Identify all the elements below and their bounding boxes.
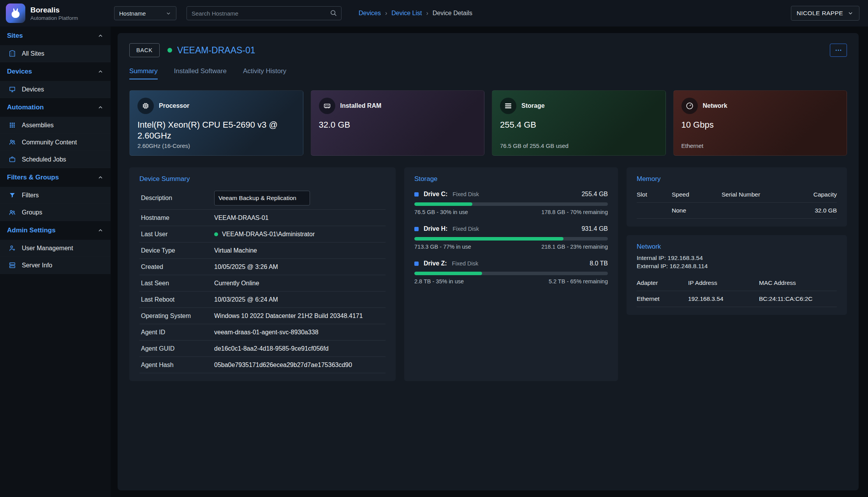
sidebar-item-scheduled-jobs[interactable]: Scheduled Jobs — [0, 151, 111, 168]
card-title: Network — [703, 102, 727, 109]
detail-columns: Device Summary Description Hostname VEEA… — [129, 167, 847, 381]
ellipsis-icon — [835, 46, 842, 54]
sidebar-item-label: Scheduled Jobs — [22, 156, 66, 163]
card-subtitle: Ethernet — [681, 142, 704, 149]
drive-h: Drive H: Fixed Disk 931.4 GB 713.3 GB - … — [414, 225, 608, 250]
sidebar-item-label: Community Content — [22, 139, 77, 146]
main-content: BACK VEEAM-DRAAS-01 Summary Installed So… — [111, 26, 868, 497]
grid-icon — [9, 121, 16, 129]
sidebar-item-label: All Sites — [22, 50, 44, 57]
card-value: Intel(R) Xeon(R) CPU E5-2690 v3 @ 2.60GH… — [137, 119, 282, 141]
card-title: Processor — [159, 102, 189, 109]
summary-row-agent-id: Agent ID veeam-draas-01-agent-svc-8930a3… — [139, 324, 386, 341]
user-name: NICOLE RAPPE — [797, 10, 843, 17]
summary-row-agent-guid: Agent GUID de16c0c1-8aa2-4d18-9585-9ce91… — [139, 341, 386, 357]
app-root: Borealis Automation Platform Hostname De… — [0, 0, 868, 497]
online-status-dot — [214, 232, 218, 236]
device-tabs: Summary Installed Software Activity Hist… — [129, 67, 847, 79]
sidebar-item-label: Devices — [22, 86, 44, 93]
sidebar-section-devices[interactable]: Devices — [0, 62, 111, 81]
summary-row-created: Created 10/05/2025 @ 3:26 AM — [139, 259, 386, 275]
storage-stack-icon — [500, 98, 516, 114]
storage-panel: Storage Drive C: Fixed Disk 255.4 GB — [404, 167, 618, 381]
user-menu-button[interactable]: NICOLE RAPPE — [791, 6, 859, 21]
sidebar-item-all-sites[interactable]: All Sites — [0, 45, 111, 62]
sidebar-item-devices[interactable]: Devices — [0, 81, 111, 98]
search-box — [187, 6, 342, 20]
section-label: Sites — [7, 32, 23, 40]
breadcrumb-devices[interactable]: Devices — [359, 10, 381, 17]
tab-installed-software[interactable]: Installed Software — [174, 67, 227, 79]
search-icon — [329, 9, 338, 17]
chevron-up-icon — [97, 104, 104, 111]
section-label: Filters & Groups — [7, 174, 59, 181]
drive-usage-bar — [414, 237, 608, 241]
drive-used: 76.5 GB - 30% in use — [414, 209, 468, 215]
device-title: VEEAM-DRAAS-01 — [167, 45, 255, 56]
drive-remaining: 5.2 TB - 65% remaining — [549, 278, 608, 285]
chevron-up-icon — [97, 227, 104, 234]
drive-bullet-icon — [414, 262, 419, 266]
online-status-dot — [167, 48, 172, 53]
summary-row-operating-system: Operating System Windows 10 2022 Datacen… — [139, 308, 386, 324]
summary-row-last-reboot: Last Reboot 10/03/2025 @ 6:24 AM — [139, 292, 386, 308]
summary-row-last-seen: Last Seen Currently Online — [139, 275, 386, 292]
breadcrumb: Devices Device List Device Details — [359, 10, 472, 17]
sidebar-section-filters-groups[interactable]: Filters & Groups — [0, 168, 111, 187]
chevron-up-icon — [97, 33, 104, 39]
sidebar-item-user-management[interactable]: User Management — [0, 240, 111, 257]
drive-bullet-icon — [414, 227, 419, 231]
external-ip: External IP: 162.248.8.114 — [637, 263, 837, 270]
summary-row-description: Description — [139, 187, 386, 210]
card-value: 32.0 GB — [319, 119, 464, 130]
sidebar-section-automation[interactable]: Automation — [0, 98, 111, 117]
section-label: Admin Settings — [7, 227, 56, 234]
search-input[interactable] — [187, 6, 342, 20]
section-label: Devices — [7, 68, 32, 76]
sidebar-item-server-info[interactable]: Server Info — [0, 257, 111, 274]
tab-summary[interactable]: Summary — [129, 67, 158, 79]
summary-row-agent-hash: Agent Hash 05ba0e7935171d626ecea29b27d7a… — [139, 357, 386, 373]
sidebar-item-label: Server Info — [22, 262, 52, 269]
chevron-up-icon — [97, 68, 104, 75]
breadcrumb-separator — [426, 10, 428, 17]
panel-title: Storage — [414, 175, 608, 183]
sidebar-item-label: User Management — [22, 245, 73, 252]
memory-table-header: Slot Speed Serial Number Capacity — [637, 187, 837, 203]
sidebar-item-filters[interactable]: Filters — [0, 187, 111, 204]
more-actions-button[interactable] — [830, 44, 847, 57]
card-subtitle: 2.60GHz (16-Cores) — [137, 142, 190, 149]
network-panel: Network Internal IP: 192.168.3.54 Extern… — [627, 235, 847, 315]
storage-card: Storage 255.4 GB 76.5 GB of 255.4 GB use… — [492, 90, 666, 156]
tab-activity-history[interactable]: Activity History — [243, 67, 286, 79]
memory-panel: Memory Slot Speed Serial Number Capacity… — [627, 167, 847, 227]
breadcrumb-device-list[interactable]: Device List — [391, 10, 422, 17]
ram-icon — [319, 98, 335, 114]
network-table-row: Ethernet 192.168.3.54 BC:24:11:CA:C6:2C — [637, 291, 837, 307]
briefcase-icon — [9, 156, 16, 163]
card-title: Storage — [521, 102, 545, 109]
summary-row-device-type: Device Type Virtual Machine — [139, 242, 386, 259]
brand-subtitle: Automation Platform — [30, 15, 78, 21]
cpu-icon — [137, 98, 154, 114]
drive-used: 713.3 GB - 77% in use — [414, 244, 471, 250]
stat-cards: Processor Intel(R) Xeon(R) CPU E5-2690 v… — [129, 90, 847, 156]
breadcrumb-device-details: Device Details — [433, 10, 472, 17]
hostname-filter-dropdown[interactable]: Hostname — [114, 6, 176, 20]
sidebar-item-groups[interactable]: Groups — [0, 204, 111, 221]
installed-ram-card: Installed RAM 32.0 GB — [311, 90, 485, 156]
sidebar-section-admin-settings[interactable]: Admin Settings — [0, 221, 111, 240]
brand: Borealis Automation Platform — [0, 4, 111, 23]
gauge-icon — [681, 98, 698, 114]
sidebar-item-community-content[interactable]: Community Content — [0, 134, 111, 151]
brand-name: Borealis — [30, 6, 78, 14]
back-button[interactable]: BACK — [129, 43, 160, 57]
drive-c: Drive C: Fixed Disk 255.4 GB 76.5 GB - 3… — [414, 191, 608, 215]
internal-ip: Internal IP: 192.168.3.54 — [637, 255, 837, 262]
sidebar-item-assemblies[interactable]: Assemblies — [0, 117, 111, 134]
monitor-icon — [9, 86, 16, 93]
description-input[interactable] — [214, 191, 310, 205]
sidebar-section-sites[interactable]: Sites — [0, 26, 111, 45]
card-title: Installed RAM — [340, 102, 382, 109]
processor-card: Processor Intel(R) Xeon(R) CPU E5-2690 v… — [129, 90, 303, 156]
